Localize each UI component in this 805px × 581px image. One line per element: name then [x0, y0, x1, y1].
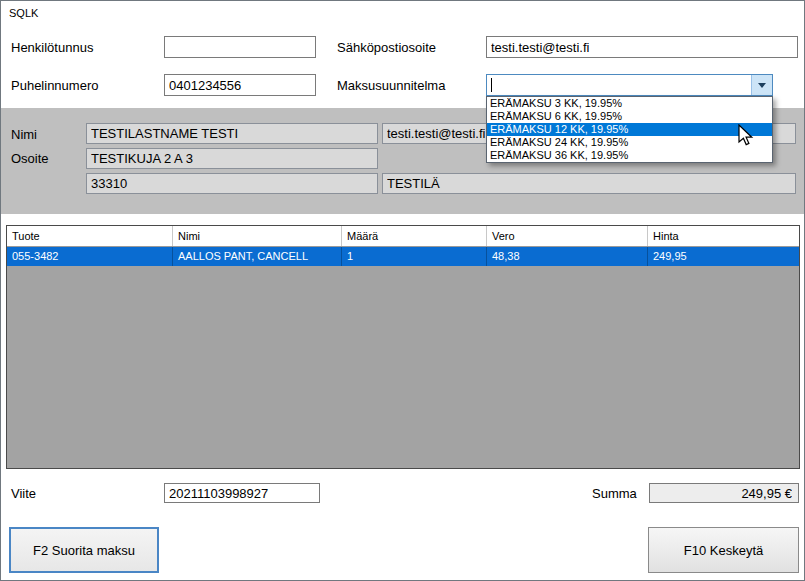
cell-hinta: 249,95 — [648, 247, 799, 266]
payment-plan-option[interactable]: ERÄMAKSU 3 KK, 19.95% — [487, 97, 772, 110]
customer-name-field[interactable] — [86, 123, 378, 144]
products-table: Tuote Nimi Määrä Vero Hinta 055-3482 AAL… — [6, 225, 800, 469]
email-label: Sähköpostiosoite — [337, 40, 436, 55]
reference-label: Viite — [11, 486, 36, 501]
phone-input[interactable] — [164, 74, 316, 96]
products-table-header: Tuote Nimi Määrä Vero Hinta — [7, 226, 799, 247]
email-input[interactable] — [486, 36, 798, 58]
table-row[interactable]: 055-3482 AALLOS PANT, CANCELL 1 48,38 24… — [7, 247, 799, 266]
customer-address-label: Osoite — [11, 151, 49, 166]
column-header-tuote[interactable]: Tuote — [7, 226, 173, 246]
column-header-maara[interactable]: Määrä — [342, 226, 487, 246]
phone-label: Puhelinnumero — [11, 78, 98, 93]
payment-plan-option[interactable]: ERÄMAKSU 24 KK, 19.95% — [487, 136, 772, 149]
reference-input[interactable] — [164, 483, 320, 503]
column-header-vero[interactable]: Vero — [487, 226, 648, 246]
cell-vero: 48,38 — [487, 247, 648, 266]
cell-nimi: AALLOS PANT, CANCELL — [173, 247, 342, 266]
customer-city-field[interactable] — [382, 173, 796, 194]
payment-plan-combobox[interactable] — [486, 74, 773, 96]
personal-id-label: Henkilötunnus — [11, 40, 93, 55]
customer-street-field[interactable] — [86, 148, 378, 169]
text-caret — [491, 78, 492, 92]
sum-field — [649, 483, 799, 503]
payment-plan-dropdown: ERÄMAKSU 3 KK, 19.95% ERÄMAKSU 6 KK, 19.… — [486, 96, 773, 163]
combobox-dropdown-button[interactable] — [751, 75, 772, 95]
payment-plan-option[interactable]: ERÄMAKSU 36 KK, 19.95% — [487, 149, 772, 162]
cell-maara: 1 — [342, 247, 487, 266]
mouse-cursor — [738, 124, 755, 148]
payment-plan-label: Maksusuunnitelma — [337, 78, 445, 93]
payment-plan-option[interactable]: ERÄMAKSU 12 KK, 19.95% — [487, 123, 772, 136]
customer-postal-code-field[interactable] — [86, 173, 378, 194]
app-window: SQLK Henkilötunnus Sähköpostiosoite Puhe… — [0, 0, 805, 581]
chevron-down-icon — [758, 83, 766, 88]
cancel-button[interactable]: F10 Keskeytä — [648, 527, 799, 573]
window-title: SQLK — [9, 7, 38, 19]
column-header-nimi[interactable]: Nimi — [173, 226, 342, 246]
sum-label: Summa — [592, 486, 637, 501]
customer-name-label: Nimi — [11, 127, 37, 142]
personal-id-input[interactable] — [164, 36, 316, 58]
pay-button[interactable]: F2 Suorita maksu — [9, 527, 159, 573]
cell-tuote: 055-3482 — [7, 247, 173, 266]
payment-plan-option[interactable]: ERÄMAKSU 6 KK, 19.95% — [487, 110, 772, 123]
column-header-hinta[interactable]: Hinta — [648, 226, 799, 246]
